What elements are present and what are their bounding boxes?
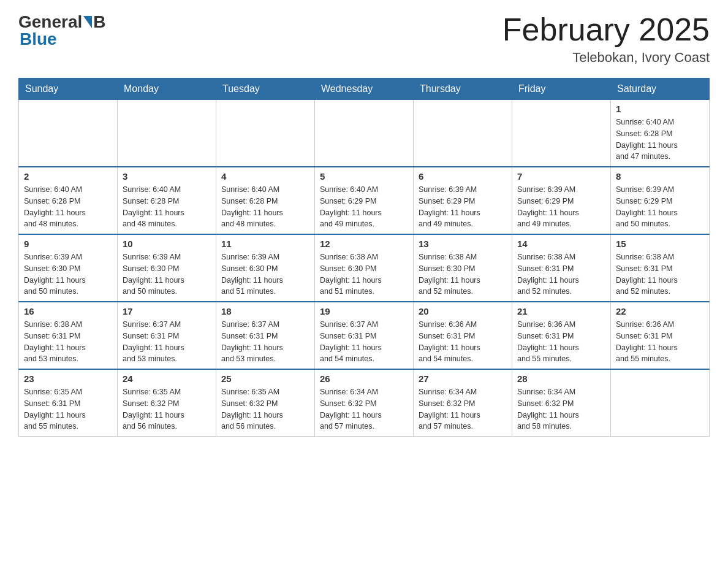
day-number: 23 <box>24 373 112 384</box>
weekday-header-sunday: Sunday <box>19 79 118 100</box>
calendar-cell: 18Sunrise: 6:37 AM Sunset: 6:31 PM Dayli… <box>216 302 315 369</box>
day-info: Sunrise: 6:34 AM Sunset: 6:32 PM Dayligh… <box>517 386 605 432</box>
logo-blue-text: B <box>93 12 105 32</box>
calendar-cell: 24Sunrise: 6:35 AM Sunset: 6:32 PM Dayli… <box>118 369 216 437</box>
day-number: 17 <box>123 306 211 316</box>
day-info: Sunrise: 6:34 AM Sunset: 6:32 PM Dayligh… <box>419 386 507 432</box>
day-number: 20 <box>419 306 507 316</box>
calendar-cell <box>216 100 315 167</box>
calendar-cell: 8Sunrise: 6:39 AM Sunset: 6:29 PM Daylig… <box>611 167 710 234</box>
day-number: 12 <box>320 239 408 249</box>
calendar-cell: 12Sunrise: 6:38 AM Sunset: 6:30 PM Dayli… <box>315 234 414 302</box>
day-info: Sunrise: 6:35 AM Sunset: 6:31 PM Dayligh… <box>24 386 112 432</box>
day-number: 27 <box>419 373 507 384</box>
day-info: Sunrise: 6:38 AM Sunset: 6:30 PM Dayligh… <box>419 251 507 297</box>
calendar-cell: 28Sunrise: 6:34 AM Sunset: 6:32 PM Dayli… <box>512 369 611 437</box>
weekday-header-wednesday: Wednesday <box>315 79 414 100</box>
day-number: 25 <box>221 373 309 384</box>
calendar-cell <box>414 100 512 167</box>
day-info: Sunrise: 6:39 AM Sunset: 6:30 PM Dayligh… <box>221 251 309 297</box>
day-info: Sunrise: 6:37 AM Sunset: 6:31 PM Dayligh… <box>221 319 309 365</box>
day-number: 6 <box>419 171 507 182</box>
calendar-cell: 7Sunrise: 6:39 AM Sunset: 6:29 PM Daylig… <box>512 167 611 234</box>
day-info: Sunrise: 6:40 AM Sunset: 6:28 PM Dayligh… <box>221 184 309 230</box>
weekday-header-saturday: Saturday <box>611 79 710 100</box>
page-header: General B Blue February 2025 Telebokan, … <box>18 12 710 66</box>
weekday-header-monday: Monday <box>118 79 216 100</box>
title-block: February 2025 Telebokan, Ivory Coast <box>502 12 710 66</box>
calendar-table: SundayMondayTuesdayWednesdayThursdayFrid… <box>18 78 710 437</box>
day-info: Sunrise: 6:37 AM Sunset: 6:31 PM Dayligh… <box>123 319 211 365</box>
day-info: Sunrise: 6:39 AM Sunset: 6:29 PM Dayligh… <box>616 184 704 230</box>
day-number: 24 <box>123 373 211 384</box>
day-info: Sunrise: 6:40 AM Sunset: 6:28 PM Dayligh… <box>24 184 112 230</box>
day-number: 18 <box>221 306 309 316</box>
day-info: Sunrise: 6:35 AM Sunset: 6:32 PM Dayligh… <box>221 386 309 432</box>
day-number: 19 <box>320 306 408 316</box>
calendar-cell: 11Sunrise: 6:39 AM Sunset: 6:30 PM Dayli… <box>216 234 315 302</box>
day-number: 8 <box>616 171 704 182</box>
day-info: Sunrise: 6:39 AM Sunset: 6:29 PM Dayligh… <box>517 184 605 230</box>
month-title: February 2025 <box>502 12 710 47</box>
logo-blue-label: Blue <box>20 29 57 48</box>
calendar-cell: 1Sunrise: 6:40 AM Sunset: 6:28 PM Daylig… <box>611 100 710 167</box>
calendar-cell: 3Sunrise: 6:40 AM Sunset: 6:28 PM Daylig… <box>118 167 216 234</box>
day-number: 10 <box>123 239 211 249</box>
calendar-cell <box>19 100 118 167</box>
day-info: Sunrise: 6:40 AM Sunset: 6:28 PM Dayligh… <box>123 184 211 230</box>
calendar-cell: 4Sunrise: 6:40 AM Sunset: 6:28 PM Daylig… <box>216 167 315 234</box>
calendar-cell: 10Sunrise: 6:39 AM Sunset: 6:30 PM Dayli… <box>118 234 216 302</box>
day-number: 1 <box>616 104 704 114</box>
calendar-cell: 20Sunrise: 6:36 AM Sunset: 6:31 PM Dayli… <box>414 302 512 369</box>
day-number: 9 <box>24 239 112 249</box>
calendar-cell <box>611 369 710 437</box>
weekday-header-row: SundayMondayTuesdayWednesdayThursdayFrid… <box>19 79 710 100</box>
day-number: 16 <box>24 306 112 316</box>
calendar-cell: 21Sunrise: 6:36 AM Sunset: 6:31 PM Dayli… <box>512 302 611 369</box>
calendar-cell: 14Sunrise: 6:38 AM Sunset: 6:31 PM Dayli… <box>512 234 611 302</box>
day-number: 21 <box>517 306 605 316</box>
calendar-cell: 5Sunrise: 6:40 AM Sunset: 6:29 PM Daylig… <box>315 167 414 234</box>
calendar-cell: 27Sunrise: 6:34 AM Sunset: 6:32 PM Dayli… <box>414 369 512 437</box>
day-info: Sunrise: 6:39 AM Sunset: 6:30 PM Dayligh… <box>123 251 211 297</box>
logo-triangle-icon <box>83 16 92 28</box>
day-number: 4 <box>221 171 309 182</box>
calendar-cell: 13Sunrise: 6:38 AM Sunset: 6:30 PM Dayli… <box>414 234 512 302</box>
day-number: 3 <box>123 171 211 182</box>
calendar-cell: 25Sunrise: 6:35 AM Sunset: 6:32 PM Dayli… <box>216 369 315 437</box>
location-subtitle: Telebokan, Ivory Coast <box>502 50 710 66</box>
calendar-week-row-5: 23Sunrise: 6:35 AM Sunset: 6:31 PM Dayli… <box>19 369 710 437</box>
day-info: Sunrise: 6:40 AM Sunset: 6:29 PM Dayligh… <box>320 184 408 230</box>
day-number: 26 <box>320 373 408 384</box>
calendar-cell: 2Sunrise: 6:40 AM Sunset: 6:28 PM Daylig… <box>19 167 118 234</box>
day-info: Sunrise: 6:39 AM Sunset: 6:30 PM Dayligh… <box>24 251 112 297</box>
day-number: 14 <box>517 239 605 249</box>
day-info: Sunrise: 6:34 AM Sunset: 6:32 PM Dayligh… <box>320 386 408 432</box>
day-number: 11 <box>221 239 309 249</box>
day-info: Sunrise: 6:37 AM Sunset: 6:31 PM Dayligh… <box>320 319 408 365</box>
calendar-week-row-3: 9Sunrise: 6:39 AM Sunset: 6:30 PM Daylig… <box>19 234 710 302</box>
calendar-cell: 16Sunrise: 6:38 AM Sunset: 6:31 PM Dayli… <box>19 302 118 369</box>
day-info: Sunrise: 6:36 AM Sunset: 6:31 PM Dayligh… <box>517 319 605 365</box>
day-info: Sunrise: 6:36 AM Sunset: 6:31 PM Dayligh… <box>419 319 507 365</box>
calendar-cell: 19Sunrise: 6:37 AM Sunset: 6:31 PM Dayli… <box>315 302 414 369</box>
day-info: Sunrise: 6:39 AM Sunset: 6:29 PM Dayligh… <box>419 184 507 230</box>
day-info: Sunrise: 6:38 AM Sunset: 6:31 PM Dayligh… <box>517 251 605 297</box>
day-number: 22 <box>616 306 704 316</box>
weekday-header-friday: Friday <box>512 79 611 100</box>
day-info: Sunrise: 6:40 AM Sunset: 6:28 PM Dayligh… <box>616 117 704 163</box>
calendar-week-row-2: 2Sunrise: 6:40 AM Sunset: 6:28 PM Daylig… <box>19 167 710 234</box>
calendar-cell: 22Sunrise: 6:36 AM Sunset: 6:31 PM Dayli… <box>611 302 710 369</box>
calendar-cell: 6Sunrise: 6:39 AM Sunset: 6:29 PM Daylig… <box>414 167 512 234</box>
day-info: Sunrise: 6:38 AM Sunset: 6:31 PM Dayligh… <box>24 319 112 365</box>
calendar-cell: 17Sunrise: 6:37 AM Sunset: 6:31 PM Dayli… <box>118 302 216 369</box>
weekday-header-thursday: Thursday <box>414 79 512 100</box>
day-number: 15 <box>616 239 704 249</box>
calendar-cell <box>512 100 611 167</box>
day-info: Sunrise: 6:35 AM Sunset: 6:32 PM Dayligh… <box>123 386 211 432</box>
calendar-cell: 9Sunrise: 6:39 AM Sunset: 6:30 PM Daylig… <box>19 234 118 302</box>
calendar-cell <box>315 100 414 167</box>
calendar-week-row-4: 16Sunrise: 6:38 AM Sunset: 6:31 PM Dayli… <box>19 302 710 369</box>
calendar-week-row-1: 1Sunrise: 6:40 AM Sunset: 6:28 PM Daylig… <box>19 100 710 167</box>
day-info: Sunrise: 6:36 AM Sunset: 6:31 PM Dayligh… <box>616 319 704 365</box>
